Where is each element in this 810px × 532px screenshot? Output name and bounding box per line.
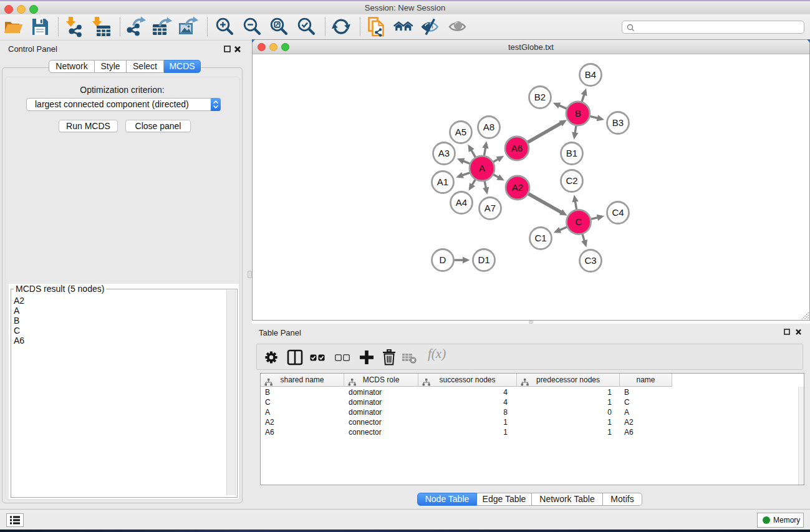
svg-text:B3: B3	[612, 117, 624, 128]
svg-text:B2: B2	[534, 92, 546, 102]
svg-text:A7: A7	[485, 203, 496, 213]
svg-text:A2: A2	[512, 182, 523, 193]
svg-text:B4: B4	[585, 69, 596, 80]
svg-text:A4: A4	[456, 197, 467, 208]
svg-text:A3: A3	[438, 148, 450, 158]
svg-text:C4: C4	[612, 207, 624, 218]
svg-text:B1: B1	[566, 148, 577, 158]
svg-text:D1: D1	[478, 254, 489, 265]
svg-text:C2: C2	[566, 175, 577, 186]
svg-text:A5: A5	[455, 127, 466, 137]
svg-text:C3: C3	[584, 255, 596, 266]
svg-text:A1: A1	[437, 177, 448, 187]
svg-text:A6: A6	[511, 143, 523, 153]
svg-text:B: B	[575, 108, 581, 118]
svg-text:D: D	[440, 254, 446, 265]
svg-text:A: A	[479, 163, 485, 173]
svg-text:A8: A8	[483, 122, 494, 132]
svg-text:C: C	[576, 216, 582, 227]
svg-text:C1: C1	[534, 233, 546, 243]
